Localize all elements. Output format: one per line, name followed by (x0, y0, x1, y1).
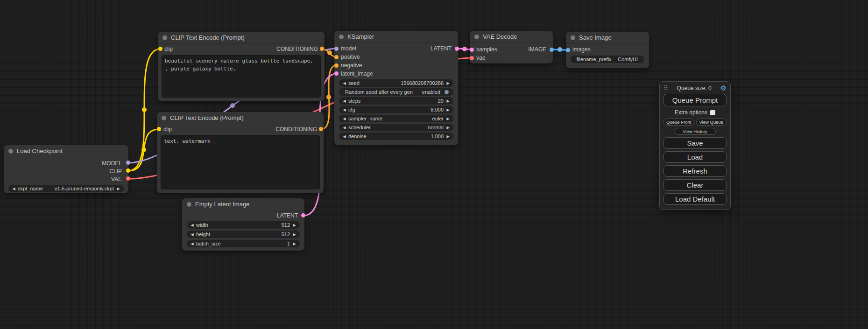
widget-label: steps (348, 98, 360, 104)
node-title-bar[interactable]: Save Image (566, 32, 649, 44)
decrement-arrow-icon[interactable]: ◀ (342, 126, 347, 130)
increment-arrow-icon[interactable]: ▶ (292, 223, 297, 227)
negative-prompt-textarea[interactable]: text, watermark (161, 135, 320, 189)
node-title-bar[interactable]: KSampler (334, 31, 458, 43)
scheduler-widget[interactable]: ◀ scheduler normal ▶ (339, 124, 453, 131)
socket-latent-image-input[interactable] (334, 71, 339, 76)
collapse-dot-icon[interactable] (162, 35, 167, 40)
increment-arrow-icon[interactable]: ▶ (445, 108, 451, 112)
collapse-dot-icon[interactable] (474, 35, 479, 39)
queue-prompt-button[interactable]: Queue Prompt (663, 94, 727, 106)
increment-arrow-icon[interactable]: ▶ (445, 99, 451, 103)
socket-model-input[interactable] (334, 47, 339, 51)
socket-clip-output[interactable] (126, 168, 130, 173)
extra-options-checkbox[interactable] (710, 110, 715, 115)
increment-arrow-icon[interactable]: ▶ (116, 187, 121, 191)
socket-vae-output[interactable] (126, 176, 130, 181)
widget-value: 1.000 (430, 133, 444, 139)
socket-clip-input-negative[interactable] (157, 127, 161, 131)
denoise-widget[interactable]: ◀ denoise 1.000 ▶ (339, 133, 453, 140)
queue-front-button[interactable]: Queue Front (663, 119, 694, 126)
node-empty-latent-image[interactable]: Empty Latent Image LATENT ◀ width 512 ▶ … (182, 198, 304, 251)
increment-arrow-icon[interactable]: ▶ (445, 126, 451, 130)
decrement-arrow-icon[interactable]: ◀ (190, 232, 195, 237)
socket-positive-input[interactable] (334, 55, 339, 59)
increment-arrow-icon[interactable]: ▶ (445, 81, 451, 85)
decrement-arrow-icon[interactable]: ◀ (342, 117, 347, 121)
queue-panel-header: ⠿ Queue size: 0 ⚙ (663, 84, 727, 91)
collapse-dot-icon[interactable] (339, 35, 344, 39)
input-slot-label-positive: positive (341, 54, 360, 60)
collapse-dot-icon[interactable] (571, 35, 575, 40)
node-vae-decode[interactable]: VAE Decode samples IMAGE vae (470, 31, 553, 63)
node-load-checkpoint[interactable]: Load Checkpoint MODEL CLIP VAE ◀ ckpt_na… (4, 145, 128, 193)
batch-size-widget[interactable]: ◀ batch_size 1 ▶ (187, 240, 300, 247)
decrement-arrow-icon[interactable]: ◀ (190, 223, 195, 227)
socket-model-output[interactable] (126, 161, 130, 165)
random-seed-toggle-widget[interactable]: Random seed after every gen enabled (339, 88, 453, 96)
node-ksampler[interactable]: KSampler model LATENT positive negative … (334, 31, 458, 145)
sampler-name-widget[interactable]: ◀ sampler_name euler ▶ (339, 115, 453, 122)
load-button[interactable]: Load (663, 151, 727, 163)
extra-options-label: Extra options (675, 109, 707, 116)
increment-arrow-icon[interactable]: ▶ (445, 134, 451, 139)
widget-value: normal (428, 125, 444, 130)
width-widget[interactable]: ◀ width 512 ▶ (187, 221, 300, 229)
socket-latent-output-empty-latent[interactable] (301, 213, 305, 217)
decrement-arrow-icon[interactable]: ◀ (342, 99, 347, 103)
collapse-dot-icon[interactable] (162, 116, 166, 120)
filename-prefix-widget[interactable]: filename_prefix ComfyUI (571, 56, 644, 63)
positive-prompt-textarea[interactable]: beautiful scenery nature glass bottle la… (162, 55, 321, 98)
socket-clip-input-positive[interactable] (158, 47, 162, 51)
widget-value: 156680208700286 (401, 80, 444, 86)
socket-vae-input[interactable] (470, 56, 474, 60)
socket-images-input[interactable] (566, 48, 570, 52)
node-clip-text-encode-positive[interactable]: CLIP Text Encode (Prompt) clip CONDITION… (158, 32, 325, 101)
node-title: Save Image (579, 34, 611, 41)
increment-arrow-icon[interactable]: ▶ (292, 242, 297, 246)
link-midpoint-dot (230, 103, 235, 108)
input-slot-label-samples: samples (476, 46, 497, 53)
decrement-arrow-icon[interactable]: ◀ (342, 81, 347, 85)
node-title-bar[interactable]: CLIP Text Encode (Prompt) (158, 32, 325, 44)
ckpt-name-widget[interactable]: ◀ ckpt_name v1-5-pruned-emaonly.ckpt ▶ (8, 185, 124, 192)
save-button[interactable]: Save (663, 137, 727, 149)
comfyui-canvas[interactable]: { "canvas": { "background": "#1f1f1f" },… (0, 0, 868, 329)
gear-icon[interactable]: ⚙ (720, 84, 727, 91)
increment-arrow-icon[interactable]: ▶ (445, 117, 451, 121)
socket-negative-input[interactable] (334, 63, 339, 68)
collapse-dot-icon[interactable] (187, 202, 191, 207)
node-title-bar[interactable]: Load Checkpoint (4, 145, 128, 157)
node-title-bar[interactable]: Empty Latent Image (182, 198, 304, 210)
input-slot-label-clip: clip (164, 46, 173, 52)
increment-arrow-icon[interactable]: ▶ (292, 232, 297, 237)
drag-handle-icon[interactable]: ⠿ (663, 84, 668, 91)
socket-conditioning-output-positive[interactable] (320, 47, 324, 51)
load-default-button[interactable]: Load Default (663, 193, 727, 205)
input-slot-label-vae: vae (476, 55, 485, 61)
node-title-bar[interactable]: VAE Decode (470, 31, 553, 43)
node-title-bar[interactable]: CLIP Text Encode (Prompt) (157, 112, 324, 124)
decrement-arrow-icon[interactable]: ◀ (190, 242, 195, 246)
refresh-button[interactable]: Refresh (663, 165, 727, 177)
view-queue-button[interactable]: View Queue (696, 119, 727, 126)
clear-button[interactable]: Clear (663, 179, 727, 191)
socket-samples-input[interactable] (470, 48, 474, 52)
node-save-image[interactable]: Save Image images filename_prefix ComfyU… (566, 32, 649, 68)
collapse-dot-icon[interactable] (8, 149, 13, 154)
decrement-arrow-icon[interactable]: ◀ (11, 187, 16, 191)
cfg-widget[interactable]: ◀ cfg 8.000 ▶ (339, 106, 453, 113)
output-slot-label-clip: CLIP (109, 168, 122, 175)
node-clip-text-encode-negative[interactable]: CLIP Text Encode (Prompt) clip CONDITION… (157, 112, 324, 193)
decrement-arrow-icon[interactable]: ◀ (342, 108, 347, 112)
steps-widget[interactable]: ◀ steps 20 ▶ (339, 97, 453, 105)
view-history-button[interactable]: View History (675, 128, 716, 135)
widget-label: cfg (348, 107, 355, 112)
height-widget[interactable]: ◀ height 512 ▶ (187, 231, 300, 238)
decrement-arrow-icon[interactable]: ◀ (342, 134, 347, 139)
socket-latent-output-ksampler[interactable] (455, 47, 459, 51)
socket-image-output[interactable] (550, 48, 554, 52)
seed-widget[interactable]: ◀ seed 156680208700286 ▶ (339, 79, 453, 87)
socket-conditioning-output-negative[interactable] (319, 127, 323, 131)
toggle-indicator-icon[interactable] (445, 90, 449, 94)
